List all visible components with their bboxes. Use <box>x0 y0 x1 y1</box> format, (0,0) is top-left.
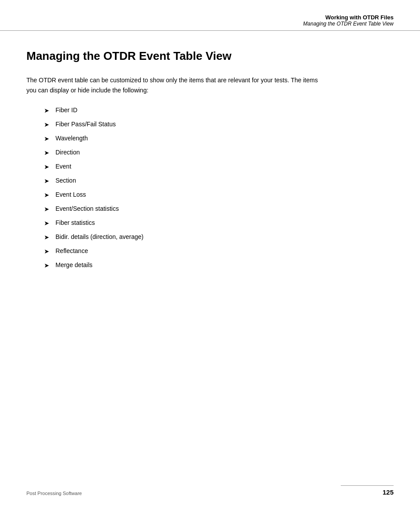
list-item: ➤Fiber statistics <box>44 218 394 228</box>
bullet-arrow-icon: ➤ <box>44 261 49 270</box>
list-item: ➤Wavelength <box>44 134 394 143</box>
bullet-arrow-icon: ➤ <box>44 233 49 242</box>
bullet-arrow-icon: ➤ <box>44 219 49 228</box>
page-number: 125 <box>383 488 394 496</box>
list-item-text: Reflectance <box>55 246 88 256</box>
bullet-arrow-icon: ➤ <box>44 148 49 158</box>
list-item: ➤Event Loss <box>44 190 394 200</box>
list-item-text: Bidir. details (direction, average) <box>55 232 144 242</box>
header-section-title: Managing the OTDR Event Table View <box>26 21 394 27</box>
list-item-text: Event <box>55 162 71 171</box>
footer-product-name: Post Processing Software <box>26 491 82 496</box>
list-item-text: Merge details <box>55 261 92 270</box>
bullet-arrow-icon: ➤ <box>44 205 49 214</box>
list-item: ➤Fiber ID <box>44 106 394 115</box>
page: Working with OTDR Files Managing the OTD… <box>0 0 420 510</box>
list-item: ➤Fiber Pass/Fail Status <box>44 120 394 129</box>
page-footer: Post Processing Software 125 <box>0 485 420 496</box>
list-item-text: Fiber Pass/Fail Status <box>55 120 116 129</box>
list-item: ➤Bidir. details (direction, average) <box>44 232 394 242</box>
list-item: ➤Merge details <box>44 261 394 270</box>
list-item: ➤Section <box>44 176 394 186</box>
list-item-text: Fiber ID <box>55 106 77 115</box>
list-item: ➤Reflectance <box>44 246 394 256</box>
list-item-text: Section <box>55 176 76 185</box>
footer-rule <box>341 485 394 486</box>
intro-paragraph: The OTDR event table can be customized t… <box>26 75 326 95</box>
bullet-arrow-icon: ➤ <box>44 247 49 256</box>
header-chapter-title: Working with OTDR Files <box>26 14 394 21</box>
list-item-text: Direction <box>55 148 80 157</box>
list-item: ➤Direction <box>44 148 394 158</box>
bullet-arrow-icon: ➤ <box>44 134 49 143</box>
bullet-arrow-icon: ➤ <box>44 176 49 186</box>
bullet-arrow-icon: ➤ <box>44 120 49 129</box>
list-item-text: Event/Section statistics <box>55 204 119 213</box>
list-item: ➤Event/Section statistics <box>44 204 394 214</box>
main-content: Managing the OTDR Event Table View The O… <box>0 32 420 301</box>
bullet-arrow-icon: ➤ <box>44 191 49 200</box>
list-item: ➤Event <box>44 162 394 172</box>
page-title: Managing the OTDR Event Table View <box>26 49 394 63</box>
bullet-arrow-icon: ➤ <box>44 106 49 115</box>
list-item-text: Event Loss <box>55 190 86 199</box>
list-item-text: Wavelength <box>55 134 88 143</box>
footer-right: 125 <box>341 485 394 496</box>
list-item-text: Fiber statistics <box>55 218 95 227</box>
page-header: Working with OTDR Files Managing the OTD… <box>0 0 420 31</box>
bullet-arrow-icon: ➤ <box>44 162 49 172</box>
items-list: ➤Fiber ID➤Fiber Pass/Fail Status➤Wavelen… <box>44 106 394 270</box>
